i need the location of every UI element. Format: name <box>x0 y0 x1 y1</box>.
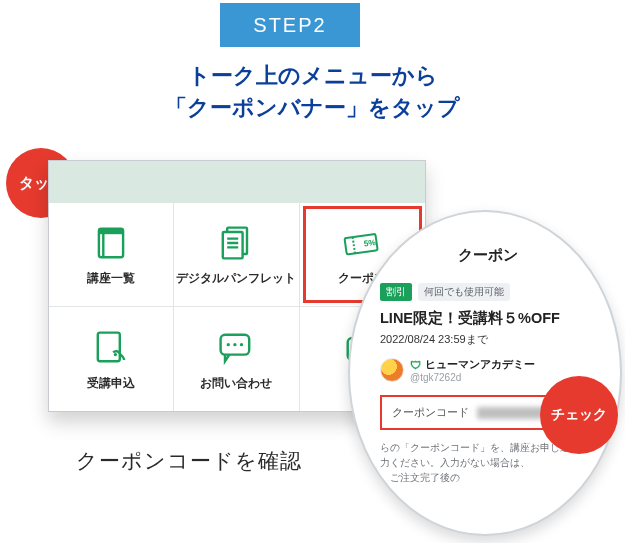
footer-instruction: クーポンコードを確認 <box>76 447 302 475</box>
shield-icon: 🛡 <box>410 359 421 371</box>
menu-item-contact[interactable]: お問い合わせ <box>174 307 299 411</box>
coupon-code-label: クーポンコード <box>392 405 469 420</box>
svg-rect-3 <box>223 232 243 258</box>
documents-icon <box>214 223 258 263</box>
tablet-tap-icon <box>89 328 133 368</box>
reuse-tag: 何回でも使用可能 <box>418 283 510 301</box>
headline-line-1: トーク上のメニューから <box>0 60 625 92</box>
svg-point-7 <box>114 352 117 355</box>
menu-item-label: デジタルパンフレット <box>176 271 296 286</box>
provider-handle: @tgk7262d <box>410 372 535 383</box>
svg-rect-6 <box>98 332 120 361</box>
menu-item-pamphlet[interactable]: デジタルパンフレット <box>174 203 299 307</box>
provider-name: 🛡 ヒューマンアカデミー <box>410 357 535 372</box>
menu-panel-topbar <box>49 161 425 203</box>
check-callout-badge: チェック <box>540 376 618 454</box>
svg-point-11 <box>240 343 243 346</box>
menu-item-apply[interactable]: 受講申込 <box>49 307 174 411</box>
coupon-offer-title: LINE限定！受講料５%OFF <box>380 309 596 328</box>
instruction-headline: トーク上のメニューから 「クーポンバナー」をタップ <box>0 60 625 124</box>
book-icon <box>89 223 133 263</box>
menu-item-label: 講座一覧 <box>87 271 135 286</box>
coupon-icon: 5% <box>340 223 384 263</box>
coupon-header: クーポン <box>380 246 596 265</box>
step-badge: STEP2 <box>220 3 360 47</box>
menu-item-courses[interactable]: 講座一覧 <box>49 203 174 307</box>
discount-tag: 割引 <box>380 283 412 301</box>
menu-item-label: 受講申込 <box>87 376 135 391</box>
provider-logo-icon <box>380 358 404 382</box>
coupon-preview-bubble: クーポン 割引 何回でも使用可能 LINE限定！受講料５%OFF 2022/08… <box>348 210 622 536</box>
chat-icon <box>214 328 258 368</box>
svg-text:5%: 5% <box>364 238 378 249</box>
svg-point-10 <box>234 343 237 346</box>
headline-line-2: 「クーポンバナー」をタップ <box>0 92 625 124</box>
coupon-expiry: 2022/08/24 23:59まで <box>380 332 596 347</box>
menu-item-label: お問い合わせ <box>200 376 272 391</box>
coupon-foot-line2: 力ください。入力がない場合は、 <box>380 455 596 470</box>
svg-rect-1 <box>99 229 123 235</box>
svg-point-9 <box>227 343 230 346</box>
coupon-tags: 割引 何回でも使用可能 <box>380 283 596 301</box>
provider-name-text: ヒューマンアカデミー <box>425 357 535 372</box>
coupon-foot-line3: 。ご注文完了後の <box>380 470 596 485</box>
